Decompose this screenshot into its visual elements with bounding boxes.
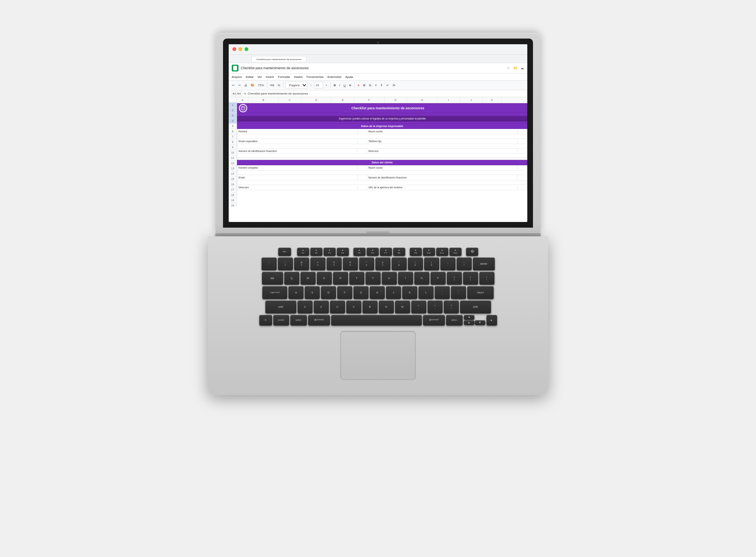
- col-header-a[interactable]: A: [237, 97, 248, 103]
- zoom-btn[interactable]: 75%: [257, 83, 265, 87]
- key-fn[interactable]: fn: [259, 315, 272, 326]
- key-y[interactable]: Y: [366, 272, 381, 285]
- key-delete[interactable]: delete: [473, 258, 495, 270]
- key-f1[interactable]: ✦F1: [297, 248, 309, 256]
- key-7[interactable]: &7: [375, 258, 390, 270]
- direccion-cliente-value[interactable]: [357, 185, 367, 190]
- close-dot[interactable]: [232, 47, 236, 51]
- key-c[interactable]: C: [330, 301, 345, 313]
- col-header-h[interactable]: H: [407, 97, 437, 103]
- print-btn[interactable]: 🖨: [243, 83, 248, 87]
- key-comma[interactable]: <,: [411, 301, 426, 313]
- doc-title[interactable]: Checklist para mantenimiento de ascensor…: [241, 66, 504, 70]
- key-return[interactable]: return: [467, 286, 494, 299]
- row-num-11[interactable]: 11: [229, 155, 237, 161]
- row-num-13[interactable]: 13: [229, 166, 237, 171]
- key-bracketr[interactable]: }]: [463, 272, 478, 285]
- fill-color-btn[interactable]: A: [356, 83, 361, 87]
- valign-btn[interactable]: ⇕: [379, 83, 384, 87]
- col-header-j[interactable]: J: [460, 97, 483, 103]
- row-num-16[interactable]: 16: [229, 182, 237, 187]
- row-num-2[interactable]: 2: [229, 108, 237, 113]
- key-f5[interactable]: ✦F5: [353, 248, 366, 256]
- key-5[interactable]: %5: [343, 258, 358, 270]
- key-m[interactable]: M: [395, 301, 410, 313]
- key-backtick[interactable]: ~`: [262, 258, 277, 270]
- key-q[interactable]: Q: [284, 272, 299, 285]
- nombre-value[interactable]: [357, 129, 367, 134]
- telefono-value[interactable]: [517, 138, 527, 144]
- key-k[interactable]: K: [402, 286, 417, 299]
- row-num-4[interactable]: 4: [229, 118, 237, 124]
- key-h[interactable]: H: [370, 286, 385, 299]
- key-f2[interactable]: ✦F2: [310, 248, 322, 256]
- key-4[interactable]: $4: [327, 258, 342, 270]
- touchpad[interactable]: [340, 331, 416, 380]
- menu-extensoes[interactable]: Extensões: [327, 75, 341, 79]
- key-command-right[interactable]: ⌘command: [423, 315, 445, 326]
- col-header-e[interactable]: E: [332, 97, 354, 103]
- url-value[interactable]: [517, 185, 527, 190]
- key-9[interactable]: (9: [408, 258, 423, 270]
- row-num-7[interactable]: 7: [229, 134, 237, 140]
- key-f7[interactable]: ✦F7: [380, 248, 392, 256]
- row-num-9[interactable]: 9: [229, 145, 237, 150]
- menu-editar[interactable]: Editar: [246, 75, 254, 79]
- key-w[interactable]: W: [301, 272, 316, 285]
- key-f3[interactable]: ✦F3: [324, 248, 336, 256]
- key-space[interactable]: [331, 315, 422, 326]
- more-btn[interactable]: ≫: [391, 83, 397, 87]
- row-num-5[interactable]: 5: [229, 124, 237, 129]
- key-8[interactable]: *8: [392, 258, 407, 270]
- key-f12[interactable]: ✦F12: [449, 248, 462, 256]
- key-slash[interactable]: ?/: [444, 301, 459, 313]
- key-f6[interactable]: ✦F6: [367, 248, 379, 256]
- col-header-i[interactable]: I: [437, 97, 460, 103]
- key-e[interactable]: E: [317, 272, 332, 285]
- num-id-cliente-value[interactable]: [517, 175, 527, 180]
- borders-btn[interactable]: ⊞: [362, 83, 367, 87]
- key-t[interactable]: T: [349, 272, 364, 285]
- cloud-icon[interactable]: ☁: [520, 66, 524, 70]
- nombre-completo-value[interactable]: [357, 165, 367, 170]
- bold-btn[interactable]: B: [333, 83, 337, 87]
- key-6[interactable]: ^6: [359, 258, 374, 270]
- key-control[interactable]: control: [273, 315, 289, 326]
- key-arrow-left[interactable]: ◄: [464, 315, 474, 320]
- font-size-inc[interactable]: +: [324, 83, 328, 87]
- menu-arquivo[interactable]: Arquivo: [232, 75, 242, 79]
- key-s[interactable]: S: [305, 286, 320, 299]
- key-j[interactable]: J: [386, 286, 401, 299]
- font-size-input[interactable]: [314, 82, 323, 88]
- paint-btn[interactable]: 🎨: [249, 83, 256, 87]
- key-esc[interactable]: esc: [278, 248, 291, 256]
- cell-reference[interactable]: A1:N4: [231, 91, 242, 96]
- col-header-c[interactable]: C: [279, 97, 301, 103]
- key-g[interactable]: G: [353, 286, 369, 299]
- key-l[interactable]: L: [418, 286, 434, 299]
- key-f9[interactable]: ✦F9: [410, 248, 422, 256]
- col-header-g[interactable]: G: [384, 97, 407, 103]
- key-n[interactable]: N: [379, 301, 394, 313]
- key-r[interactable]: R: [333, 272, 348, 285]
- key-x[interactable]: X: [314, 301, 329, 313]
- key-d[interactable]: D: [321, 286, 336, 299]
- key-i[interactable]: I: [398, 272, 413, 285]
- maximize-dot[interactable]: [245, 47, 248, 51]
- row-num-6[interactable]: 6: [229, 129, 237, 134]
- menu-ferramentas[interactable]: Ferramentas: [307, 75, 324, 79]
- key-shift-right[interactable]: shift: [460, 301, 491, 313]
- menu-ajuda[interactable]: Ajuda: [345, 75, 353, 79]
- key-0[interactable]: )0: [424, 258, 439, 270]
- row-num-18[interactable]: 18: [229, 192, 237, 198]
- key-f[interactable]: F: [337, 286, 352, 299]
- key-z[interactable]: Z: [297, 301, 313, 313]
- italic-btn[interactable]: I: [338, 83, 341, 87]
- star-icon[interactable]: ☆: [506, 66, 511, 70]
- align-btn[interactable]: ≡: [374, 83, 378, 87]
- col-header-f[interactable]: F: [354, 97, 384, 103]
- wrap-btn[interactable]: ↵: [385, 83, 390, 87]
- key-f11[interactable]: ✦F11: [436, 248, 448, 256]
- menu-ver[interactable]: Ver: [257, 75, 262, 79]
- key-tab[interactable]: tab: [262, 272, 283, 285]
